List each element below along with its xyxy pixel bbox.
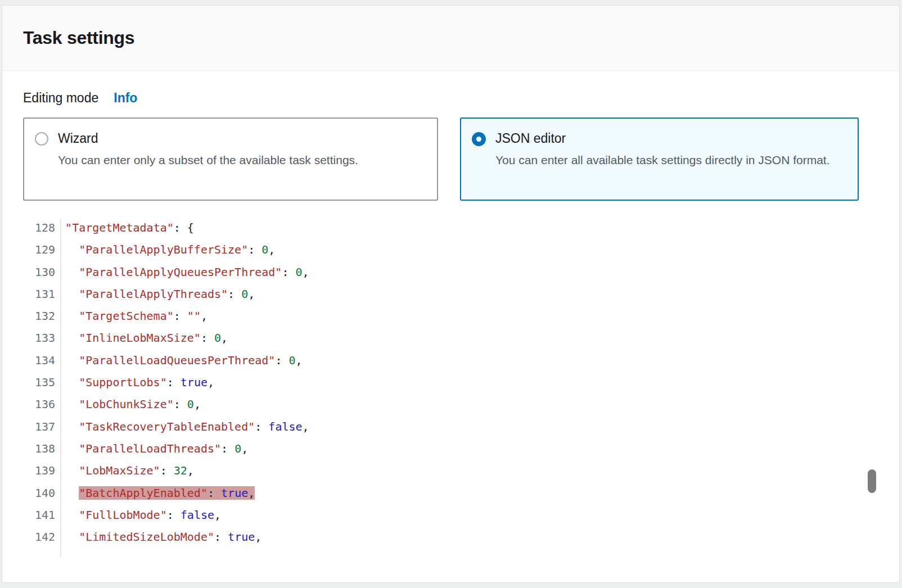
code-token	[52, 265, 79, 279]
code-token: "TargetMetadata"	[65, 221, 174, 234]
code-line[interactable]: "ParallelLoadThreads": 0,	[52, 438, 309, 460]
line-number: 140	[10, 482, 55, 504]
code-token: :	[255, 420, 268, 433]
line-number: 138	[10, 438, 55, 460]
line-number: 135	[10, 372, 55, 393]
code-token: "FullLobMode"	[79, 508, 167, 522]
code-token: true	[181, 376, 208, 389]
page-title: Task settings	[23, 28, 134, 48]
line-number: 130	[10, 261, 55, 283]
tile-wizard[interactable]: Wizard You can enter only a subset of th…	[23, 117, 438, 201]
code-token: "ParallelApplyQueuesPerThread"	[79, 265, 282, 279]
code-token: "LimitedSizeLobMode"	[79, 530, 214, 544]
code-line[interactable]: "TaskRecoveryTableEnabled": false,	[52, 416, 309, 438]
code-token	[52, 354, 79, 367]
code-line[interactable]: "ParallelApplyThreads": 0,	[52, 283, 309, 305]
code-token: ,	[187, 464, 194, 477]
code-token	[52, 420, 79, 433]
code-token: "TaskRecoveryTableEnabled"	[79, 420, 255, 433]
code-lines[interactable]: "TargetMetadata": { "ParallelApplyBuffer…	[52, 217, 309, 548]
code-token: false	[268, 420, 302, 433]
highlighted-token: ,	[248, 486, 255, 500]
info-link[interactable]: Info	[114, 91, 137, 106]
editing-mode-label: Editing mode	[23, 91, 98, 106]
code-token: :	[248, 243, 261, 256]
code-line[interactable]: "SupportLobs": true,	[52, 372, 309, 393]
code-token: ,	[255, 530, 261, 544]
task-settings-panel: Task settings Editing mode Info Wizard Y…	[2, 5, 900, 583]
code-token: ,	[221, 331, 228, 345]
code-token	[52, 530, 79, 544]
code-token: "TargetSchema"	[79, 309, 174, 323]
panel-header: Task settings	[2, 6, 899, 71]
code-token: :	[167, 508, 181, 522]
line-number: 133	[10, 327, 55, 349]
line-number: 137	[10, 416, 55, 438]
code-line[interactable]: "TargetSchema": "",	[52, 305, 309, 327]
tile-title: Wizard	[58, 130, 358, 146]
radio-selected-icon[interactable]	[472, 132, 486, 146]
code-token: :	[221, 442, 234, 455]
code-token: :	[167, 376, 181, 389]
line-number: 141	[10, 504, 55, 526]
line-number: 132	[10, 305, 55, 327]
code-token: :	[174, 397, 187, 411]
line-number: 131	[10, 283, 55, 305]
code-token: :	[174, 309, 187, 323]
code-line[interactable]: "ParallelLoadQueuesPerThread": 0,	[52, 350, 309, 372]
gutter: 1281291301311321331341351361371381391401…	[10, 217, 55, 548]
code-token: ,	[303, 420, 309, 433]
code-token: "ParallelLoadThreads"	[79, 442, 221, 455]
code-token	[52, 287, 79, 301]
json-code-editor[interactable]: 1281291301311321331341351361371381391401…	[10, 217, 899, 566]
code-token: 0	[241, 287, 248, 301]
code-token: :	[275, 354, 288, 367]
code-token: ""	[187, 309, 201, 323]
code-token: "ParallelApplyThreads"	[79, 287, 228, 301]
code-token	[52, 221, 65, 234]
code-token	[52, 486, 79, 500]
tile-wizard-text: Wizard You can enter only a subset of th…	[58, 130, 358, 169]
code-token	[52, 464, 79, 477]
code-line[interactable]: "BatchApplyEnabled": true,	[52, 482, 309, 504]
code-line[interactable]: "LobChunkSize": 0,	[52, 393, 309, 415]
code-token: "SupportLobs"	[79, 376, 167, 389]
code-line[interactable]: "TargetMetadata": {	[52, 217, 309, 239]
code-line[interactable]: "ParallelApplyQueuesPerThread": 0,	[52, 261, 309, 283]
line-number: 136	[10, 393, 55, 415]
code-token: ,	[208, 376, 214, 389]
highlighted-token: "BatchApplyEnabled"	[79, 486, 208, 500]
editing-mode-tiles: Wizard You can enter only a subset of th…	[23, 117, 878, 201]
code-line[interactable]: "ParallelApplyBufferSize": 0,	[52, 239, 309, 261]
code-token: "LobMaxSize"	[79, 464, 160, 477]
code-token: :	[282, 265, 295, 279]
code-token: 0	[234, 442, 241, 455]
code-token: true	[228, 530, 255, 544]
radio-unselected-icon[interactable]	[35, 132, 48, 146]
line-number: 139	[10, 460, 55, 482]
code-token	[52, 309, 79, 323]
code-token: :	[201, 331, 214, 345]
code-token	[52, 331, 79, 345]
tile-json-editor[interactable]: JSON editor You can enter all available …	[460, 117, 859, 201]
code-token: 0	[187, 397, 194, 411]
code-token	[52, 508, 79, 522]
code-token: :	[228, 287, 241, 301]
code-line[interactable]: "LobMaxSize": 32,	[52, 460, 309, 482]
code-line[interactable]: "InlineLobMaxSize": 0,	[52, 327, 309, 349]
code-token	[52, 397, 79, 411]
tile-description: You can enter only a subset of the avail…	[58, 151, 358, 169]
code-token: 0	[261, 243, 268, 256]
panel-body: Editing mode Info Wizard You can enter o…	[2, 91, 899, 201]
code-token: :	[160, 464, 174, 477]
vertical-scrollbar-thumb[interactable]	[868, 469, 876, 493]
code-token	[52, 243, 79, 256]
tile-json-editor-text: JSON editor You can enter all available …	[495, 130, 830, 169]
code-token: false	[181, 508, 214, 522]
tile-description: You can enter all available task setting…	[495, 151, 830, 169]
code-token: :	[214, 530, 228, 544]
code-line[interactable]: "LimitedSizeLobMode": true,	[52, 526, 309, 548]
code-line[interactable]: "FullLobMode": false,	[52, 504, 309, 526]
code-token: ,	[241, 442, 248, 455]
code-token: 0	[214, 331, 221, 345]
